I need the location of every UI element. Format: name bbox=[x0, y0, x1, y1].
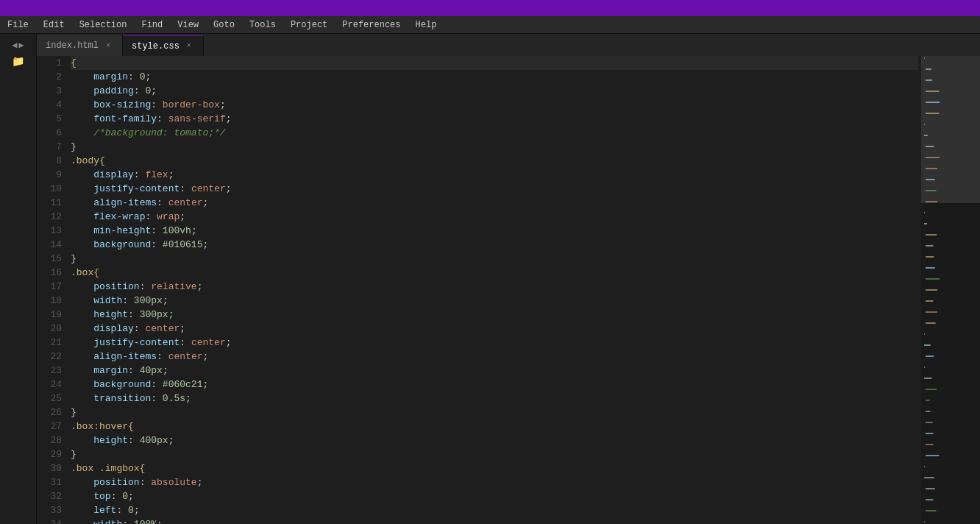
code-line-7[interactable]: } bbox=[71, 140, 918, 154]
tab-label-1: style.css bbox=[132, 41, 180, 52]
menu-item-preferences[interactable]: Preferences bbox=[335, 16, 408, 33]
code-line-10[interactable]: justify-content: center; bbox=[71, 182, 918, 196]
code-line-5[interactable]: font-family: sans-serif; bbox=[71, 112, 918, 126]
code-line-1[interactable]: { bbox=[71, 56, 918, 70]
code-line-4[interactable]: box-sizing: border-box; bbox=[71, 98, 918, 112]
sidebar-arrow-left[interactable]: ◀ bbox=[12, 40, 17, 51]
code-line-23[interactable]: margin: 40px; bbox=[71, 364, 918, 378]
code-line-18[interactable]: width: 300px; bbox=[71, 294, 918, 308]
code-line-8[interactable]: .body{ bbox=[71, 154, 918, 168]
sidebar-arrows: ◀ ▶ bbox=[12, 40, 24, 51]
line-number-12: 12 bbox=[43, 210, 62, 224]
code-line-11[interactable]: align-items: center; bbox=[71, 196, 918, 210]
line-number-5: 5 bbox=[43, 112, 62, 126]
code-line-9[interactable]: display: flex; bbox=[71, 168, 918, 182]
code-line-31[interactable]: position: absolute; bbox=[71, 475, 918, 489]
line-number-3: 3 bbox=[43, 84, 62, 98]
code-container: 1234567891011121314151617181920212223242… bbox=[37, 56, 980, 524]
code-line-24[interactable]: background: #060c21; bbox=[71, 378, 918, 392]
code-line-6[interactable]: /*background: tomato;*/ bbox=[71, 126, 918, 140]
menu-item-goto[interactable]: Goto bbox=[206, 16, 242, 33]
title-bar bbox=[0, 0, 980, 16]
line-number-24: 24 bbox=[43, 378, 62, 392]
menu-item-project[interactable]: Project bbox=[283, 16, 335, 33]
code-line-25[interactable]: transition: 0.5s; bbox=[71, 392, 918, 406]
line-number-31: 31 bbox=[43, 475, 62, 489]
line-number-4: 4 bbox=[43, 98, 62, 112]
menu-bar: FileEditSelectionFindViewGotoToolsProjec… bbox=[0, 16, 980, 34]
code-line-13[interactable]: min-height: 100vh; bbox=[71, 224, 918, 238]
line-number-14: 14 bbox=[43, 238, 62, 252]
line-number-1: 1 bbox=[43, 56, 62, 70]
line-number-29: 29 bbox=[43, 447, 62, 461]
code-line-34[interactable]: width: 100%; bbox=[71, 517, 918, 524]
line-number-6: 6 bbox=[43, 126, 62, 140]
code-content[interactable]: { margin: 0; padding: 0; box-sizing: bor… bbox=[68, 56, 921, 524]
line-number-32: 32 bbox=[43, 489, 62, 503]
sidebar-file-icon[interactable]: 📁 bbox=[12, 55, 24, 68]
menu-item-file[interactable]: File bbox=[0, 16, 36, 33]
line-number-33: 33 bbox=[43, 503, 62, 517]
line-number-9: 9 bbox=[43, 168, 62, 182]
editor-layout: ◀ ▶ 📁 index.html×style.css× 123456789101… bbox=[0, 34, 980, 524]
line-number-19: 19 bbox=[43, 308, 62, 322]
line-number-22: 22 bbox=[43, 350, 62, 364]
line-number-15: 15 bbox=[43, 252, 62, 266]
menu-item-edit[interactable]: Edit bbox=[36, 16, 72, 33]
line-number-25: 25 bbox=[43, 392, 62, 406]
code-line-29[interactable]: } bbox=[71, 447, 918, 461]
code-line-2[interactable]: margin: 0; bbox=[71, 70, 918, 84]
line-number-18: 18 bbox=[43, 294, 62, 308]
code-line-32[interactable]: top: 0; bbox=[71, 489, 918, 503]
code-line-12[interactable]: flex-wrap: wrap; bbox=[71, 210, 918, 224]
line-number-7: 7 bbox=[43, 140, 62, 154]
tab-index-html[interactable]: index.html× bbox=[37, 35, 123, 56]
tabs: index.html×style.css× bbox=[37, 34, 980, 56]
minimap-canvas bbox=[921, 56, 980, 524]
code-line-28[interactable]: height: 400px; bbox=[71, 433, 918, 447]
menu-item-tools[interactable]: Tools bbox=[242, 16, 283, 33]
menu-item-find[interactable]: Find bbox=[134, 16, 170, 33]
line-number-11: 11 bbox=[43, 196, 62, 210]
line-number-13: 13 bbox=[43, 224, 62, 238]
line-number-26: 26 bbox=[43, 406, 62, 419]
main-area: index.html×style.css× 123456789101112131… bbox=[37, 34, 980, 524]
line-number-23: 23 bbox=[43, 364, 62, 378]
tab-style-css[interactable]: style.css× bbox=[123, 35, 204, 56]
line-number-20: 20 bbox=[43, 322, 62, 336]
line-number-21: 21 bbox=[43, 336, 62, 350]
code-line-20[interactable]: display: center; bbox=[71, 322, 918, 336]
tab-close-0[interactable]: × bbox=[103, 40, 113, 51]
code-line-27[interactable]: .box:hover{ bbox=[71, 419, 918, 433]
line-number-2: 2 bbox=[43, 70, 62, 84]
line-number-10: 10 bbox=[43, 182, 62, 196]
tab-label-0: index.html bbox=[46, 40, 99, 51]
line-number-30: 30 bbox=[43, 461, 62, 475]
menu-item-view[interactable]: View bbox=[170, 16, 206, 33]
code-line-17[interactable]: position: relative; bbox=[71, 280, 918, 294]
menu-item-help[interactable]: Help bbox=[408, 16, 444, 33]
minimap bbox=[921, 56, 980, 524]
code-line-22[interactable]: align-items: center; bbox=[71, 350, 918, 364]
code-line-21[interactable]: justify-content: center; bbox=[71, 336, 918, 350]
code-line-14[interactable]: background: #010615; bbox=[71, 238, 918, 252]
line-number-34: 34 bbox=[43, 517, 62, 524]
line-numbers: 1234567891011121314151617181920212223242… bbox=[37, 56, 68, 524]
line-number-8: 8 bbox=[43, 154, 62, 168]
code-line-15[interactable]: } bbox=[71, 252, 918, 266]
code-line-19[interactable]: height: 300px; bbox=[71, 308, 918, 322]
code-line-16[interactable]: .box{ bbox=[71, 266, 918, 280]
sidebar-arrow-right[interactable]: ▶ bbox=[19, 40, 24, 51]
tab-close-1[interactable]: × bbox=[184, 41, 194, 52]
code-line-3[interactable]: padding: 0; bbox=[71, 84, 918, 98]
line-number-16: 16 bbox=[43, 266, 62, 280]
line-number-28: 28 bbox=[43, 433, 62, 447]
code-line-33[interactable]: left: 0; bbox=[71, 503, 918, 517]
menu-item-selection[interactable]: Selection bbox=[72, 16, 135, 33]
code-line-26[interactable]: } bbox=[71, 406, 918, 419]
line-number-17: 17 bbox=[43, 280, 62, 294]
sidebar: ◀ ▶ 📁 bbox=[0, 34, 37, 524]
code-line-30[interactable]: .box .imgbox{ bbox=[71, 461, 918, 475]
line-number-27: 27 bbox=[43, 419, 62, 433]
